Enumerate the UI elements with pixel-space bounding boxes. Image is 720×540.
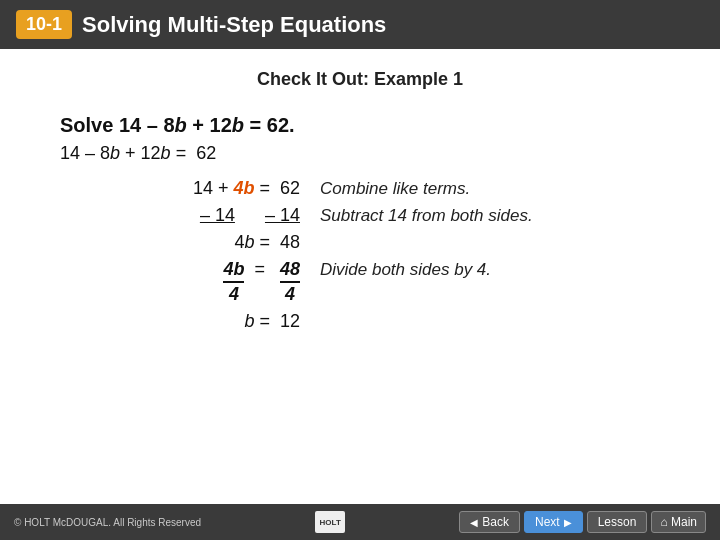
step-row-4: 4b 4 = 48 4 Divide both sides by 4. [60, 259, 660, 305]
subtitle: Check It Out: Example 1 [60, 69, 660, 90]
steps-section: 14 + 4b = 62 Combine like terms. – 14 – … [60, 178, 660, 338]
lesson-button[interactable]: Lesson [587, 511, 648, 533]
step-math-1: 14 + 4b = 62 [60, 178, 320, 199]
step-math-4: 4b 4 = 48 4 [60, 259, 320, 305]
main-label: Main [671, 515, 697, 529]
step-math-3: 4b = 48 [60, 232, 320, 253]
next-arrow-icon: ▶ [564, 517, 572, 528]
lesson-label: Lesson [598, 515, 637, 529]
home-icon: ⌂ [660, 515, 667, 529]
fraction-right: 48 4 [280, 259, 300, 305]
nav-buttons: ◀ Back Next ▶ Lesson ⌂ Main [459, 511, 706, 533]
page-title: Solving Multi-Step Equations [82, 12, 386, 38]
back-arrow-icon: ◀ [470, 517, 478, 528]
back-label: Back [482, 515, 509, 529]
step-desc-2: Subtract 14 from both sides. [320, 206, 580, 226]
step-desc-1: Combine like terms. [320, 179, 580, 199]
step-row-1: 14 + 4b = 62 Combine like terms. [60, 178, 660, 199]
problem-title: Solve 14 – 8b + 12b = 62. [60, 114, 660, 137]
step-math-5: b = 12 [60, 311, 320, 332]
main-content: Check It Out: Example 1 Solve 14 – 8b + … [0, 49, 720, 358]
lesson-badge: 10-1 [16, 10, 72, 39]
step-math-2: – 14 – 14 [60, 205, 320, 226]
footer-logo: HOLT [315, 511, 345, 533]
step-row-3: 4b = 48 [60, 232, 660, 253]
step-row-2: – 14 – 14 Subtract 14 from both sides. [60, 205, 660, 226]
copyright: © HOLT McDOUGAL. All Rights Reserved [14, 517, 201, 528]
fraction-left: 4b 4 [223, 259, 244, 305]
step-row-5: b = 12 [60, 311, 660, 332]
main-button[interactable]: ⌂ Main [651, 511, 706, 533]
back-button[interactable]: ◀ Back [459, 511, 520, 533]
holt-logo: HOLT [315, 511, 345, 533]
footer: © HOLT McDOUGAL. All Rights Reserved HOL… [0, 504, 720, 540]
next-button[interactable]: Next ▶ [524, 511, 583, 533]
next-label: Next [535, 515, 560, 529]
step-desc-4: Divide both sides by 4. [320, 260, 580, 280]
header: 10-1 Solving Multi-Step Equations [0, 0, 720, 49]
problem-line0: 14 – 8b + 12b = 62 [60, 143, 660, 164]
